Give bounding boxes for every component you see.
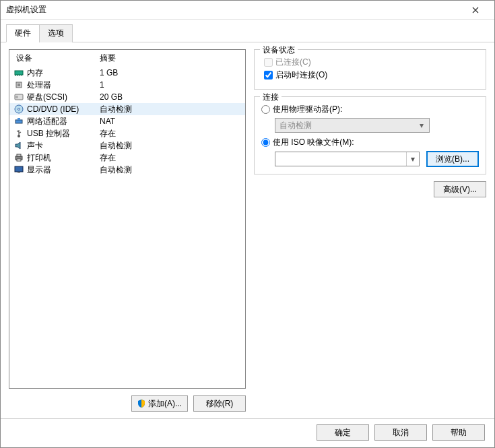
- add-hardware-button[interactable]: 添加(A)...: [131, 395, 188, 412]
- advanced-button[interactable]: 高级(V)...: [434, 181, 486, 197]
- hw-row[interactable]: 打印机存在: [9, 152, 245, 164]
- hw-list-body: 内存1 GB处理器1硬盘(SCSI)20 GBCD/DVD (IDE)自动检测网…: [9, 67, 245, 388]
- memory-icon: [13, 67, 24, 78]
- cd-icon: [13, 104, 24, 115]
- sound-icon: [13, 140, 24, 151]
- svg-point-8: [15, 96, 18, 98]
- svg-rect-11: [15, 120, 22, 123]
- titlebar: 虚拟机设置: [1, 1, 494, 20]
- svg-rect-0: [15, 71, 23, 75]
- tab-hardware[interactable]: 硬件: [6, 24, 40, 42]
- col-header-summary: 摘要: [100, 53, 241, 64]
- radio-use-physical[interactable]: 使用物理驱动器(P):: [261, 104, 479, 115]
- hw-device-summary: 自动检测: [100, 140, 241, 152]
- checkbox-connect-at-poweron[interactable]: 启动时连接(O): [264, 69, 479, 81]
- display-icon: [13, 164, 24, 175]
- hw-device-name: USB 控制器: [27, 128, 100, 139]
- usb-icon: [13, 128, 24, 139]
- hw-row[interactable]: CD/DVD (IDE)自动检测: [9, 103, 245, 115]
- hw-device-summary: 存在: [100, 128, 241, 139]
- hw-device-name: 打印机: [27, 152, 100, 164]
- radio-use-iso[interactable]: 使用 ISO 映像文件(M):: [261, 137, 479, 148]
- hw-row[interactable]: 内存1 GB: [9, 67, 245, 79]
- checkbox-connected: 已连接(C): [264, 57, 479, 68]
- connection-legend: 连接: [260, 92, 282, 103]
- svg-rect-6: [18, 84, 20, 86]
- connection-group: 连接 使用物理驱动器(P): 自动检测 使用 ISO 映像文件(M): 浏览: [254, 96, 486, 174]
- help-button[interactable]: 帮助: [432, 424, 485, 441]
- physical-drive-value: 自动检测: [279, 120, 312, 131]
- iso-path-combo[interactable]: [275, 152, 420, 166]
- hw-device-summary: 20 GB: [100, 92, 241, 102]
- radio-use-iso-input[interactable]: [261, 138, 270, 147]
- hw-row[interactable]: 声卡自动检测: [9, 139, 245, 152]
- svg-rect-1: [15, 75, 16, 76]
- shield-icon: [137, 399, 145, 408]
- hw-device-name: 网络适配器: [27, 116, 100, 127]
- hw-list-header: 设备 摘要: [9, 50, 245, 67]
- checkbox-connected-input: [264, 58, 273, 67]
- cancel-button[interactable]: 取消: [374, 424, 427, 441]
- hw-row[interactable]: 硬盘(SCSI)20 GB: [9, 91, 245, 103]
- svg-rect-2: [18, 75, 18, 76]
- remove-hardware-button[interactable]: 移除(R): [193, 395, 246, 412]
- close-icon: [472, 7, 479, 13]
- hw-device-summary: 自动检测: [100, 104, 241, 115]
- radio-use-physical-label: 使用物理驱动器(P):: [273, 104, 342, 115]
- device-status-legend: 设备状态: [260, 44, 298, 56]
- svg-rect-15: [17, 154, 21, 156]
- vm-settings-window: 虚拟机设置 硬件 选项 设备 摘要 内存1 GB处理器1硬盘(SCSI)20 G…: [0, 0, 495, 448]
- hw-row[interactable]: USB 控制器存在: [9, 127, 245, 139]
- cpu-icon: [13, 79, 24, 90]
- hw-device-name: 声卡: [27, 140, 100, 152]
- close-button[interactable]: [462, 1, 489, 19]
- browse-button[interactable]: 浏览(B)...: [426, 151, 479, 167]
- hw-device-name: CD/DVD (IDE): [27, 104, 100, 114]
- hw-device-summary: 1: [100, 80, 241, 90]
- hw-device-summary: 存在: [100, 152, 241, 164]
- checkbox-connect-at-poweron-label: 启动时连接(O): [275, 69, 327, 81]
- svg-rect-17: [15, 166, 23, 172]
- dialog-buttons: 确定 取消 帮助: [1, 418, 494, 447]
- hw-row[interactable]: 处理器1: [9, 79, 245, 91]
- details-pane: 设备状态 已连接(C) 启动时连接(O) 连接 使用物理驱动器(P): 自动检测: [254, 49, 486, 412]
- radio-use-iso-label: 使用 ISO 映像文件(M):: [273, 137, 354, 148]
- hardware-list: 设备 摘要 内存1 GB处理器1硬盘(SCSI)20 GBCD/DVD (IDE…: [9, 49, 246, 389]
- physical-drive-combo: 自动检测: [275, 118, 430, 133]
- content-area: 设备 摘要 内存1 GB处理器1硬盘(SCSI)20 GBCD/DVD (IDE…: [1, 42, 494, 418]
- ok-button[interactable]: 确定: [317, 424, 369, 441]
- checkbox-connect-at-poweron-input[interactable]: [264, 71, 273, 79]
- hdd-icon: [13, 92, 24, 102]
- hw-row[interactable]: 网络适配器NAT: [9, 115, 245, 127]
- window-title: 虚拟机设置: [6, 4, 462, 15]
- checkbox-connected-label: 已连接(C): [275, 57, 311, 68]
- hw-device-summary: 1 GB: [100, 68, 241, 77]
- hardware-pane: 设备 摘要 内存1 GB处理器1硬盘(SCSI)20 GBCD/DVD (IDE…: [9, 49, 246, 412]
- svg-rect-12: [18, 118, 20, 120]
- tab-options[interactable]: 选项: [39, 24, 73, 42]
- printer-icon: [13, 152, 24, 163]
- net-icon: [13, 116, 24, 127]
- svg-rect-16: [17, 159, 21, 161]
- hw-device-name: 处理器: [27, 79, 100, 91]
- svg-rect-4: [22, 75, 22, 76]
- radio-use-physical-input[interactable]: [261, 105, 270, 114]
- device-status-group: 设备状态 已连接(C) 启动时连接(O): [254, 49, 486, 90]
- svg-point-10: [18, 108, 20, 110]
- hw-device-summary: NAT: [100, 117, 241, 126]
- hw-device-name: 硬盘(SCSI): [27, 92, 100, 103]
- tabs: 硬件 选项: [1, 20, 494, 42]
- hw-device-name: 内存: [27, 67, 100, 79]
- svg-rect-18: [18, 172, 20, 173]
- hw-row[interactable]: 显示器自动检测: [9, 164, 245, 176]
- col-header-device: 设备: [13, 53, 100, 64]
- hw-device-summary: 自动检测: [100, 164, 241, 176]
- hw-device-name: 显示器: [27, 164, 100, 176]
- add-button-label: 添加(A)...: [148, 398, 182, 410]
- svg-rect-3: [20, 75, 20, 76]
